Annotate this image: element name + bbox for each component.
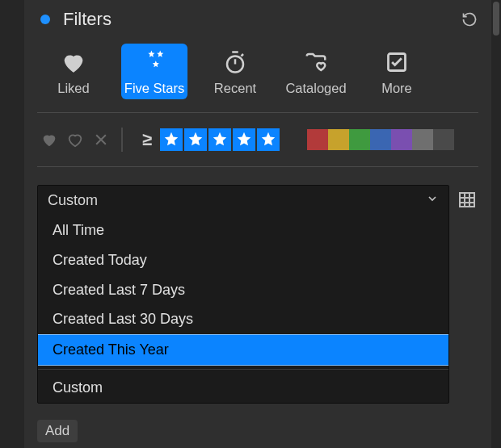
rating-star-4[interactable]: [233, 128, 255, 151]
color-swatch-yellow[interactable]: [328, 129, 349, 150]
criteria-row: ≥: [37, 113, 478, 167]
divider: [121, 128, 123, 152]
rating-star-3[interactable]: [208, 128, 231, 151]
rating-star-2[interactable]: [184, 128, 207, 151]
preset-recent[interactable]: Recent: [202, 44, 268, 99]
preset-label: More: [381, 81, 412, 96]
panel-title: Filters: [63, 9, 461, 30]
date-option-all-time[interactable]: All Time: [38, 216, 448, 245]
filters-panel: Filters Liked Five Stars: [24, 0, 491, 448]
heart-filled-icon: [59, 48, 88, 76]
preset-cataloged[interactable]: Cataloged: [283, 44, 349, 99]
active-indicator-dot: [40, 15, 50, 24]
color-swatch-red[interactable]: [307, 129, 328, 150]
reset-filters-button[interactable]: [461, 10, 478, 28]
chevron-down-icon: [426, 192, 439, 209]
color-swatch-green[interactable]: [349, 129, 370, 150]
preset-label: Recent: [214, 81, 256, 96]
panel-header: Filters: [37, 6, 478, 32]
color-swatch-purple[interactable]: [391, 129, 412, 150]
date-dropdown[interactable]: Custom All Time Created Today Created La…: [37, 185, 449, 404]
calendar-grid-button[interactable]: [456, 188, 478, 211]
color-swatch-grey[interactable]: [412, 129, 433, 150]
preset-more[interactable]: More: [364, 44, 430, 99]
scrollbar[interactable]: [491, 0, 501, 448]
heart-filled-icon[interactable]: [40, 131, 58, 149]
date-dropdown-header[interactable]: Custom: [38, 186, 448, 216]
preset-label: Five Stars: [124, 81, 184, 96]
color-swatch-blue[interactable]: [370, 129, 391, 150]
date-dropdown-value: Custom: [48, 192, 98, 209]
date-dropdown-list: All Time Created Today Created Last 7 Da…: [38, 216, 448, 403]
filter-presets-row: Liked Five Stars Recent: [37, 32, 478, 113]
folder-heart-icon: [301, 48, 330, 76]
divider: [38, 369, 448, 370]
add-filter-button[interactable]: Add: [37, 420, 78, 442]
pick-status-group: [40, 131, 110, 149]
preset-liked[interactable]: Liked: [40, 44, 107, 99]
preset-label: Liked: [57, 81, 89, 96]
date-option-today[interactable]: Created Today: [38, 245, 448, 275]
add-button-label: Add: [45, 423, 69, 439]
comparator-icon[interactable]: ≥: [137, 130, 157, 149]
scrollbar-thumb[interactable]: [493, 2, 499, 36]
date-filter-row: Custom All Time Created Today Created La…: [37, 185, 478, 404]
stars-icon: [140, 48, 169, 76]
rating-star-5[interactable]: [257, 128, 280, 151]
color-label-swatches: [307, 129, 454, 150]
rating-filter[interactable]: ≥: [137, 128, 280, 151]
rating-star-1[interactable]: [160, 128, 183, 151]
date-option-last-7[interactable]: Created Last 7 Days: [38, 275, 448, 305]
date-option-custom[interactable]: Custom: [38, 373, 448, 403]
checkbox-icon: [382, 48, 411, 76]
stopwatch-icon: [221, 48, 250, 76]
reject-x-icon[interactable]: [92, 131, 110, 149]
svg-rect-2: [460, 193, 474, 207]
color-swatch-none[interactable]: [433, 129, 454, 150]
date-option-last-30[interactable]: Created Last 30 Days: [38, 304, 448, 334]
date-option-this-year[interactable]: Created This Year: [38, 334, 448, 366]
heart-outline-icon[interactable]: [66, 131, 84, 149]
preset-five-stars[interactable]: Five Stars: [121, 44, 187, 99]
preset-label: Cataloged: [285, 81, 346, 96]
